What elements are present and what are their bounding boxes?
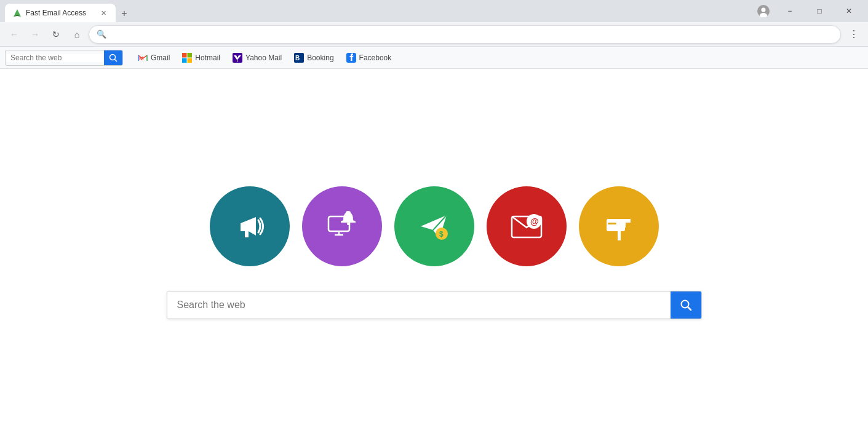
browser-window: Fast Email Access ✕ + − □ ✕ ← → ↻ ⌂ 🔍 [0,0,868,436]
yahoo-mail-icon [233,53,242,63]
circle-send-money[interactable]: $ [394,186,474,266]
maximize-button[interactable]: □ [805,2,834,20]
svg-rect-28 [624,219,626,228]
circle-email-at[interactable]: @ [487,186,567,266]
forward-button[interactable]: → [26,25,44,44]
main-search-icon [680,299,692,311]
bookmark-gmail[interactable]: M Gmail [133,50,175,66]
megaphone-icon [231,208,268,245]
close-button[interactable]: ✕ [835,2,863,20]
home-button[interactable]: ⌂ [68,25,86,44]
page-content: $ @ [0,69,868,436]
tab-close-button[interactable]: ✕ [98,8,108,18]
browser-menu-button[interactable]: ⋮ [845,25,863,44]
circle-monitor-bell[interactable] [302,186,382,266]
main-search-input[interactable] [167,291,671,319]
back-button[interactable]: ← [5,25,23,44]
svg-rect-12 [188,58,193,63]
svg-rect-29 [626,219,631,223]
svg-line-6 [115,59,117,61]
svg-text:$: $ [439,230,444,239]
yahoo-mail-label: Yahoo Mail [245,54,282,62]
tab-label: Fast Email Access [26,9,95,17]
svg-rect-10 [188,53,193,58]
tab-favicon-icon [12,8,22,18]
address-bar-input[interactable] [110,30,833,39]
active-tab[interactable]: Fast Email Access ✕ [5,4,116,22]
svg-point-20 [347,223,349,225]
account-circle-icon [757,5,770,17]
main-search-button[interactable] [671,291,701,319]
facebook-label: Facebook [359,54,392,62]
gmail-label: Gmail [151,54,170,62]
nav-bar: ← → ↻ ⌂ 🔍 ⋮ [0,22,868,47]
address-bar[interactable]: 🔍 [89,25,841,44]
send-money-icon: $ [416,208,453,245]
reload-button[interactable]: ↻ [47,25,65,44]
circle-mailbox[interactable] [579,186,659,266]
bookmark-search-input[interactable] [6,54,104,62]
bookmark-facebook[interactable]: Facebook [341,50,397,66]
search-icon [109,54,117,62]
svg-text:@: @ [530,216,539,226]
bookmark-search-widget[interactable] [5,50,123,66]
icon-circles-row: $ @ [210,186,659,266]
bookmark-yahoo-mail[interactable]: Yahoo Mail [228,50,287,66]
hotmail-label: Hotmail [195,54,220,62]
email-at-icon: @ [508,208,545,245]
window-controls: − □ ✕ [755,0,868,22]
gmail-icon: M [138,53,148,63]
main-search-bar[interactable] [167,291,702,319]
mailbox-icon [600,208,637,245]
title-bar: Fast Email Access ✕ + − □ ✕ [0,0,868,22]
bookmark-booking[interactable]: B Booking [289,50,338,66]
facebook-icon [346,53,356,63]
svg-rect-11 [182,58,187,63]
svg-text:M: M [139,55,144,61]
bookmark-hotmail[interactable]: Hotmail [177,50,225,66]
booking-icon: B [294,53,304,63]
svg-line-32 [688,307,691,310]
bookmarks-bar: M Gmail Hotmail Yahoo Mail [0,47,868,69]
circle-megaphone[interactable] [210,186,290,266]
tab-area: Fast Email Access ✕ + [0,0,133,22]
svg-point-5 [110,54,116,60]
hotmail-icon [182,53,192,63]
minimize-button[interactable]: − [776,2,804,20]
svg-text:B: B [295,55,300,61]
address-search-icon: 🔍 [97,30,106,39]
booking-label: Booking [307,54,333,62]
svg-rect-9 [182,53,187,58]
monitor-bell-icon [324,208,360,245]
profile-button[interactable] [755,2,772,20]
new-tab-button[interactable]: + [116,5,133,22]
svg-point-3 [762,8,766,12]
bookmark-search-button[interactable] [104,50,122,66]
svg-rect-30 [608,223,616,224]
